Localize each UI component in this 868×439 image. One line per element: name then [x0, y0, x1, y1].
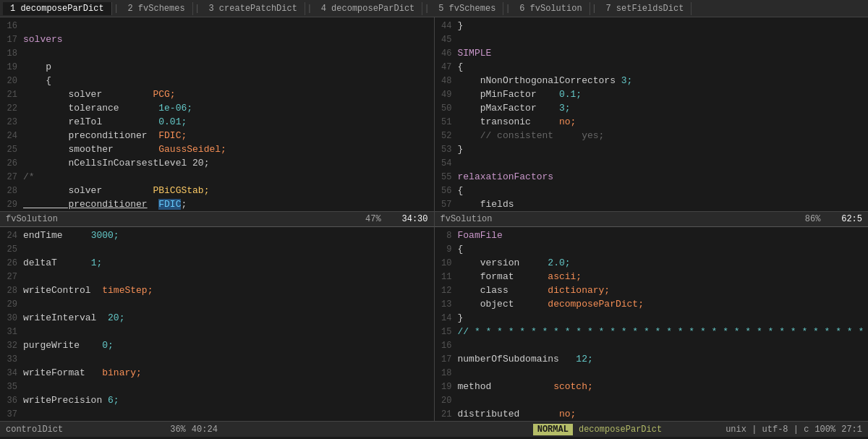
line-number: 10: [438, 258, 458, 268]
line-30: 30 writeInterval 20;: [0, 311, 434, 325]
line-content: preconditioner FDIC;: [23, 199, 431, 210]
line-34: 34 writeFormat binary;: [0, 366, 434, 380]
line-number: 24: [3, 131, 23, 141]
bottom-right-code[interactable]: 8 FoamFile 9 { 10 version 2.0; 11 format…: [435, 227, 869, 421]
line-number: 52: [438, 131, 458, 141]
tab-1[interactable]: 1 decomposeParDict: [3, 2, 112, 15]
line-content: [23, 299, 431, 310]
line-11: 11 format ascii;: [435, 270, 869, 284]
line-36: 36 writePrecision 6;: [0, 393, 434, 407]
line-content: [23, 354, 431, 365]
tab-bar: 1 decomposeParDict | 2 fvSchemes | 3 cre…: [0, 0, 868, 17]
top-left-code[interactable]: 16 17 solvers 18 19 p 20 { 21 solver PCG…: [0, 17, 434, 211]
line-46: 46 SIMPLE: [435, 46, 869, 60]
line-content: smoother GaussSeidel;: [23, 144, 431, 155]
line-18: 18: [435, 366, 869, 380]
tab-5[interactable]: 5 fvSchemes: [431, 2, 503, 15]
line-content: pMaxFactor 3;: [458, 103, 866, 114]
top-left-status: fvSolution 47% 34:30: [0, 211, 435, 227]
line-content: writeFormat binary;: [23, 367, 431, 378]
line-number: 30: [3, 313, 23, 323]
line-number: 19: [438, 382, 458, 392]
line-26: 26 nCellsInCoarsestLevel 20;: [0, 156, 434, 170]
line-content: endTime 3000;: [23, 230, 431, 241]
line-number: 20: [438, 396, 458, 406]
line-number: 54: [438, 158, 458, 169]
line-24: 24 endTime 3000;: [0, 229, 434, 242]
line-number: 16: [3, 21, 23, 31]
line-17: 17 solvers: [0, 33, 434, 46]
line-19: 19 method scotch;: [435, 380, 869, 393]
line-29: 29 preconditioner FDIC;: [0, 197, 434, 211]
line-20: 20 {: [0, 74, 434, 88]
line-number: 12: [438, 286, 458, 296]
line-number: 14: [438, 313, 458, 323]
line-number: 19: [3, 62, 23, 72]
line-number: 27: [3, 272, 23, 282]
line-content: nNonOrthogonalCorrectors 3;: [458, 75, 866, 86]
line-content: }: [458, 20, 866, 31]
line-44: 44 }: [435, 19, 869, 33]
line-content: [458, 367, 866, 378]
bottom-left-scroll: 36%: [170, 425, 186, 435]
line-21: 21 solver PCG;: [0, 88, 434, 101]
line-content: [458, 158, 866, 169]
tab-6[interactable]: 6 fvSolution: [512, 2, 590, 15]
line-content: purgeWrite 0;: [23, 340, 431, 351]
top-right-pane: 44 } 45 46 SIMPLE 47 { 48 nNonOrthogonal…: [435, 17, 869, 211]
line-9: 9 {: [435, 242, 869, 256]
line-content: [23, 381, 431, 392]
bottom-left-code[interactable]: 24 endTime 3000; 25 26 deltaT 1; 27 28 w…: [0, 227, 434, 421]
line-number: 25: [3, 145, 23, 155]
line-content: SIMPLE: [458, 48, 866, 59]
line-number: 11: [438, 272, 458, 282]
line-number: 28: [3, 186, 23, 196]
line-number: 8: [438, 231, 458, 241]
line-number: 26: [3, 258, 23, 268]
line-number: 34: [3, 368, 23, 378]
line-number: 57: [438, 200, 458, 210]
top-right-code[interactable]: 44 } 45 46 SIMPLE 47 { 48 nNonOrthogonal…: [435, 17, 869, 211]
line-number: 47: [438, 62, 458, 72]
top-right-status: fvSolution 86% 62:5: [435, 211, 869, 227]
bottom-encoding: unix | utf-8 | c: [726, 425, 809, 435]
mode-badge: NORMAL: [533, 424, 573, 435]
line-number: 31: [3, 327, 23, 337]
tab-7[interactable]: 7 setFieldsDict: [598, 2, 692, 15]
line-number: 27: [3, 172, 23, 182]
line-25: 25 smoother GaussSeidel;: [0, 142, 434, 156]
line-content: writeControl timeStep;: [23, 285, 431, 296]
bottom-right-filename: decomposeParDict: [579, 425, 662, 435]
line-content: [458, 395, 866, 406]
line-31: 31: [0, 325, 434, 338]
line-number: 37: [3, 409, 23, 419]
tab-4[interactable]: 4 decomposeParDict: [314, 2, 423, 15]
bottom-left-pane: 24 endTime 3000; 25 26 deltaT 1; 27 28 w…: [0, 227, 435, 421]
line-29: 29: [0, 297, 434, 311]
tab-3[interactable]: 3 createPatchDict: [201, 2, 305, 15]
line-number: 25: [3, 244, 23, 255]
line-number: 15: [438, 327, 458, 337]
top-editor-area: 16 17 solvers 18 19 p 20 { 21 solver PCG…: [0, 17, 868, 211]
line-content: format ascii;: [458, 271, 866, 282]
line-47: 47 {: [435, 60, 869, 74]
line-27: 27: [0, 270, 434, 284]
line-number: 48: [438, 76, 458, 86]
line-number: 49: [438, 90, 458, 100]
line-14: 14 }: [435, 311, 869, 325]
line-15: 15 // * * * * * * * * * * * * * * * * * …: [435, 325, 869, 338]
line-number: 51: [438, 117, 458, 127]
line-content: {: [23, 75, 431, 86]
line-number: 24: [3, 231, 23, 241]
tab-2[interactable]: 2 fvSchemes: [120, 2, 192, 15]
line-content: [23, 244, 431, 255]
line-content: fields: [458, 199, 866, 210]
bottom-editor-area: 24 endTime 3000; 25 26 deltaT 1; 27 28 w…: [0, 227, 868, 421]
line-16: 16: [0, 19, 434, 33]
line-content: numberOfSubdomains 12;: [458, 354, 866, 365]
line-content: [23, 48, 431, 59]
line-10: 10 version 2.0;: [435, 256, 869, 270]
line-content: {: [458, 61, 866, 72]
line-49: 49 pMinFactor 0.1;: [435, 88, 869, 101]
line-number: 29: [3, 299, 23, 310]
